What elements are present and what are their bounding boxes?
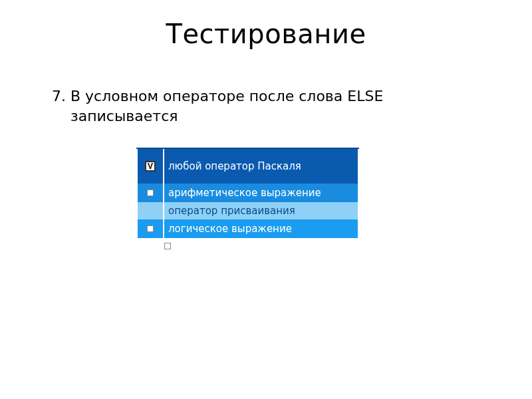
question-text: 7. В условном операторе после слова ELSE… bbox=[52, 86, 464, 126]
question-line2: записывается bbox=[52, 106, 464, 126]
answer-checkbox-cell bbox=[138, 184, 163, 202]
question-number: 7. bbox=[52, 88, 66, 104]
page-title: Тестирование bbox=[0, 0, 532, 49]
answer-table: V любой оператор Паскаля арифметическое … bbox=[136, 148, 359, 238]
slide: Тестирование 7. В условном операторе пос… bbox=[0, 0, 532, 399]
checkbox-icon[interactable] bbox=[147, 190, 154, 196]
answer-label-1: любой оператор Паскаля bbox=[164, 149, 358, 184]
answer-checkbox-cell bbox=[138, 219, 163, 238]
answer-row-1[interactable]: V любой оператор Паскаля bbox=[136, 149, 359, 184]
checkbox-icon[interactable]: V bbox=[145, 161, 156, 172]
answer-row-2[interactable]: арифметическое выражение bbox=[136, 184, 359, 202]
answer-checkbox-cell: V bbox=[138, 149, 163, 184]
answer-checkbox-cell bbox=[138, 202, 163, 219]
answer-label-2: арифметическое выражение bbox=[164, 184, 358, 202]
answer-label-3: оператор присваивания bbox=[164, 202, 358, 219]
checkbox-icon[interactable] bbox=[147, 225, 154, 232]
answer-label-4: логическое выражение bbox=[164, 219, 358, 238]
stray-checkbox-icon bbox=[164, 243, 171, 249]
answer-row-3[interactable]: оператор присваивания bbox=[136, 202, 359, 219]
question-line1: В условном операторе после слова ELSE bbox=[70, 88, 383, 104]
answer-row-4[interactable]: логическое выражение bbox=[136, 219, 359, 238]
check-mark: V bbox=[148, 162, 153, 170]
